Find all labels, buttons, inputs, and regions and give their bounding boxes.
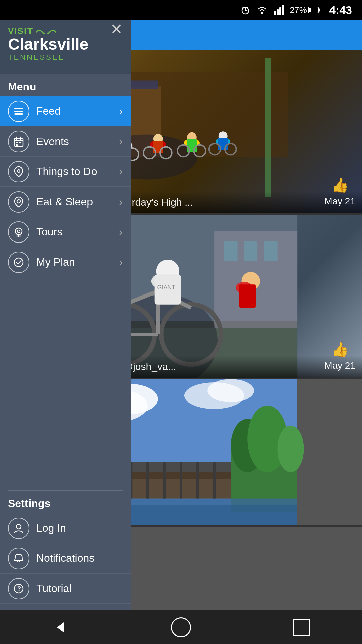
svg-rect-7	[277, 9, 279, 15]
menu-item-tours[interactable]: Tours ›	[0, 217, 131, 247]
menu-label-login: Log In	[36, 522, 123, 534]
svg-point-5	[261, 12, 263, 14]
menu-item-things-to-do[interactable]: Things to Do ›	[0, 157, 131, 187]
svg-point-104	[14, 258, 23, 267]
signal-icon	[274, 5, 284, 15]
menu-item-eat-sleep[interactable]: Eat & Sleep ›	[0, 187, 131, 217]
svg-rect-37	[265, 58, 271, 197]
logo: VISIT Clarksville TENNESSEE	[8, 26, 88, 62]
logo-tennessee: TENNESSEE	[8, 53, 65, 62]
my-plan-icon	[8, 252, 29, 273]
close-drawer-button[interactable]: ✕	[110, 22, 123, 37]
status-time: 4:43	[329, 4, 352, 17]
svg-point-68	[277, 426, 304, 472]
menu-label-notifications: Notifications	[36, 552, 123, 565]
menu-label-feed: Feed	[36, 105, 119, 117]
eat-sleep-chevron-icon: ›	[119, 196, 123, 208]
svg-point-99	[17, 200, 20, 203]
svg-rect-44	[264, 241, 278, 261]
settings-title: Settings	[0, 491, 131, 513]
svg-text:?: ?	[17, 585, 21, 592]
wifi-icon	[256, 5, 268, 15]
like-icon-1[interactable]: 👍	[331, 177, 349, 193]
bottom-navigation	[0, 610, 362, 644]
menu-label-tutorial: Tutorial	[36, 582, 123, 595]
logo-visit: VISIT	[8, 26, 33, 36]
things-to-do-chevron-icon: ›	[119, 165, 123, 178]
feed-meta-2: 👍 May 21	[324, 341, 355, 371]
svg-rect-42	[224, 241, 238, 261]
tours-icon	[8, 221, 29, 243]
drawer-spacer	[0, 277, 131, 490]
events-chevron-icon: ›	[119, 135, 123, 148]
svg-rect-34	[218, 138, 228, 150]
feed-date-2: May 21	[324, 360, 355, 371]
status-bar: 27% 4:43	[0, 0, 362, 20]
svg-rect-8	[279, 7, 281, 15]
feed-icon	[8, 101, 29, 122]
navigation-drawer: VISIT Clarksville TENNESSEE ✕ Menu Feed …	[0, 0, 131, 644]
svg-point-101	[17, 230, 20, 233]
events-icon	[8, 131, 29, 152]
svg-rect-43	[244, 241, 257, 261]
svg-rect-11	[318, 8, 320, 12]
svg-rect-58	[239, 284, 256, 308]
svg-point-94	[17, 170, 20, 172]
svg-rect-91	[16, 142, 18, 143]
svg-rect-87	[14, 138, 23, 146]
svg-rect-93	[16, 144, 18, 146]
menu-item-events[interactable]: Events ›	[0, 126, 131, 157]
svg-point-100	[15, 228, 22, 235]
login-icon	[8, 518, 29, 539]
logo-wave-icon	[36, 28, 56, 34]
menu-label-my-plan: My Plan	[36, 256, 119, 268]
svg-point-64	[207, 379, 254, 402]
battery-indicator: 27%	[290, 5, 320, 15]
svg-point-105	[16, 524, 21, 529]
svg-rect-9	[282, 5, 284, 15]
svg-rect-24	[153, 141, 163, 153]
alarm-icon	[240, 5, 251, 15]
svg-rect-84	[14, 108, 23, 109]
svg-rect-86	[14, 113, 23, 115]
feed-date-1: May 21	[324, 196, 355, 207]
menu-item-login[interactable]: Log In	[0, 513, 131, 543]
like-icon-2[interactable]: 👍	[331, 341, 349, 358]
things-to-do-icon	[8, 161, 29, 182]
feed-chevron-icon: ›	[119, 105, 123, 117]
status-icons: 27% 4:43	[240, 4, 352, 17]
eat-sleep-icon	[8, 191, 29, 213]
tours-chevron-icon: ›	[119, 226, 123, 238]
menu-item-tutorial[interactable]: ? Tutorial	[0, 574, 131, 604]
svg-rect-29	[187, 139, 197, 152]
menu-item-my-plan[interactable]: My Plan ›	[0, 247, 131, 277]
svg-rect-92	[19, 142, 21, 143]
notifications-icon	[8, 548, 29, 569]
svg-marker-109	[57, 622, 64, 632]
svg-rect-6	[274, 11, 276, 15]
battery-icon	[308, 6, 320, 14]
menu-item-notifications[interactable]: Notifications	[0, 543, 131, 574]
recent-apps-button[interactable]	[288, 614, 315, 641]
svg-text:GIANT: GIANT	[157, 284, 176, 291]
menu-label-eat-sleep: Eat & Sleep	[36, 196, 119, 208]
menu-item-feed[interactable]: Feed ›	[0, 96, 131, 126]
logo-clarksville: Clarksville	[8, 36, 88, 52]
svg-line-3	[242, 7, 244, 8]
svg-line-4	[247, 7, 248, 8]
my-plan-chevron-icon: ›	[119, 256, 123, 268]
back-button[interactable]	[47, 614, 74, 641]
menu-title: Menu	[0, 74, 131, 96]
menu-label-events: Events	[36, 135, 119, 148]
feed-meta-1: 👍 May 21	[324, 177, 355, 207]
svg-rect-85	[14, 111, 23, 112]
menu-label-things-to-do: Things to Do	[36, 165, 119, 178]
tutorial-icon: ?	[8, 578, 29, 599]
menu-label-tours: Tours	[36, 226, 119, 238]
svg-rect-12	[309, 8, 311, 12]
home-button[interactable]	[168, 614, 194, 641]
